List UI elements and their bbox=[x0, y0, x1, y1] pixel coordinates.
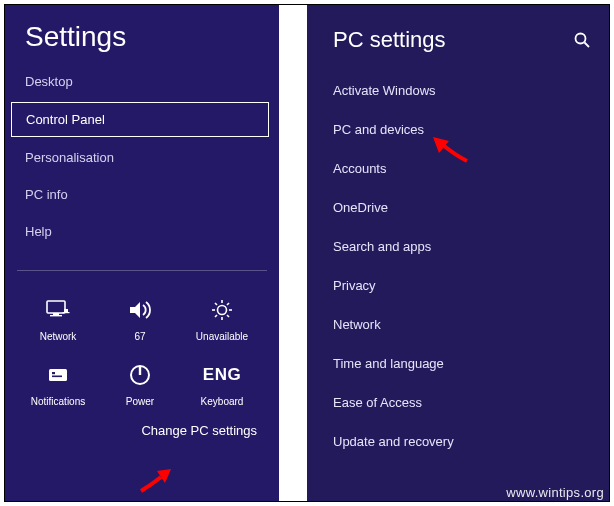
svg-rect-1 bbox=[53, 313, 59, 315]
tile-network[interactable]: Network bbox=[17, 287, 99, 352]
svg-rect-15 bbox=[49, 369, 67, 381]
svg-rect-2 bbox=[50, 315, 62, 316]
svg-line-13 bbox=[215, 315, 217, 317]
cat-accounts[interactable]: Accounts bbox=[307, 149, 609, 188]
settings-menu: Desktop Control Panel Personalisation PC… bbox=[5, 63, 279, 250]
svg-rect-3 bbox=[64, 309, 68, 312]
menu-item-personalisation[interactable]: Personalisation bbox=[5, 139, 279, 176]
menu-item-desktop[interactable]: Desktop bbox=[5, 63, 279, 100]
cat-privacy[interactable]: Privacy bbox=[307, 266, 609, 305]
keyboard-lang-icon: ENG bbox=[181, 358, 263, 392]
svg-point-6 bbox=[218, 306, 227, 315]
svg-line-14 bbox=[227, 303, 229, 305]
svg-marker-20 bbox=[157, 469, 171, 483]
pc-settings-header: PC settings bbox=[307, 27, 609, 71]
search-button[interactable] bbox=[573, 31, 591, 49]
svg-point-21 bbox=[576, 34, 586, 44]
cat-network[interactable]: Network bbox=[307, 305, 609, 344]
quick-tiles: Network 67 bbox=[17, 270, 267, 417]
cat-ease-of-access[interactable]: Ease of Access bbox=[307, 383, 609, 422]
svg-rect-16 bbox=[52, 372, 55, 374]
svg-rect-0 bbox=[47, 301, 65, 313]
tile-network-label: Network bbox=[17, 331, 99, 342]
panel-gap bbox=[279, 5, 307, 501]
menu-item-control-panel[interactable]: Control Panel bbox=[11, 102, 269, 137]
tile-brightness[interactable]: Unavailable bbox=[181, 287, 263, 352]
cat-search-and-apps[interactable]: Search and apps bbox=[307, 227, 609, 266]
settings-charm-panel: Settings Desktop Control Panel Personali… bbox=[5, 5, 279, 501]
pc-settings-panel: PC settings Activate Windows PC and devi… bbox=[307, 5, 609, 501]
search-icon bbox=[573, 31, 591, 49]
annotation-arrow-change-settings bbox=[137, 467, 177, 495]
tile-brightness-label: Unavailable bbox=[181, 331, 263, 342]
menu-item-help[interactable]: Help bbox=[5, 213, 279, 250]
cat-onedrive[interactable]: OneDrive bbox=[307, 188, 609, 227]
network-icon bbox=[17, 293, 99, 327]
cat-pc-and-devices[interactable]: PC and devices bbox=[307, 110, 609, 149]
svg-line-12 bbox=[227, 315, 229, 317]
volume-icon bbox=[99, 293, 181, 327]
cat-time-and-language[interactable]: Time and language bbox=[307, 344, 609, 383]
tile-keyboard-label: Keyboard bbox=[181, 396, 263, 407]
cat-update-and-recovery[interactable]: Update and recovery bbox=[307, 422, 609, 461]
power-icon bbox=[99, 358, 181, 392]
watermark: www.wintips.org bbox=[506, 485, 604, 500]
tile-notifications[interactable]: Notifications bbox=[17, 352, 99, 417]
tile-power-label: Power bbox=[99, 396, 181, 407]
tile-notifications-label: Notifications bbox=[17, 396, 99, 407]
notifications-icon bbox=[17, 358, 99, 392]
tile-power[interactable]: Power bbox=[99, 352, 181, 417]
keyboard-lang-text: ENG bbox=[203, 365, 241, 385]
svg-line-11 bbox=[215, 303, 217, 305]
svg-rect-4 bbox=[63, 312, 70, 313]
svg-marker-5 bbox=[130, 302, 140, 318]
svg-rect-17 bbox=[52, 376, 62, 378]
settings-title: Settings bbox=[5, 21, 279, 63]
pc-settings-categories: Activate Windows PC and devices Accounts… bbox=[307, 71, 609, 461]
change-pc-settings-link[interactable]: Change PC settings bbox=[5, 417, 279, 438]
cat-activate-windows[interactable]: Activate Windows bbox=[307, 71, 609, 110]
tile-volume-value: 67 bbox=[99, 331, 181, 342]
tile-keyboard[interactable]: ENG Keyboard bbox=[181, 352, 263, 417]
pc-settings-title: PC settings bbox=[333, 27, 573, 53]
svg-line-22 bbox=[585, 43, 590, 48]
brightness-icon bbox=[181, 293, 263, 327]
tile-volume[interactable]: 67 bbox=[99, 287, 181, 352]
menu-item-pc-info[interactable]: PC info bbox=[5, 176, 279, 213]
